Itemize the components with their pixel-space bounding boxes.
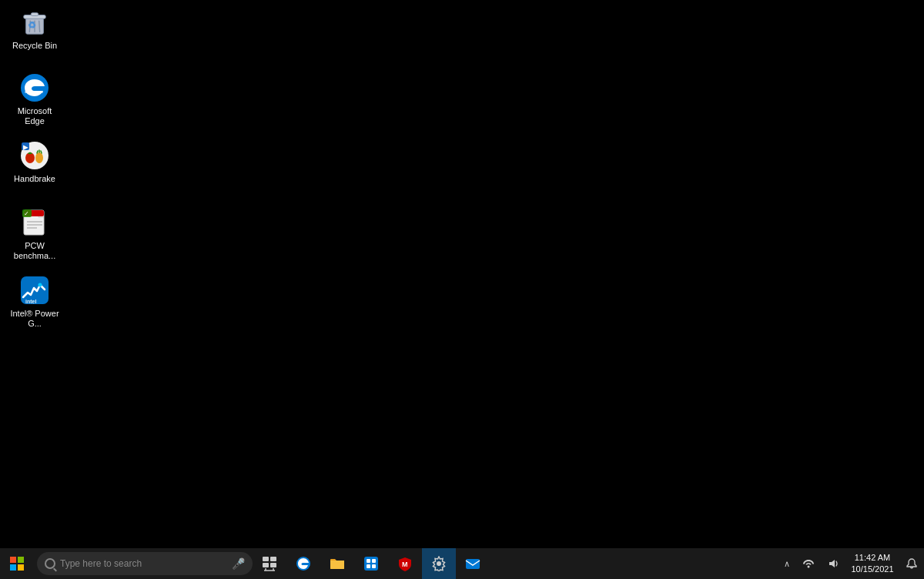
svg-rect-25 (18, 557, 24, 563)
taskbar-file-explorer-button[interactable] (320, 548, 354, 579)
intel-power-gadget-icon[interactable]: intel Intel® Power G... (4, 272, 65, 332)
task-view-button[interactable] (253, 548, 286, 579)
svg-point-10 (25, 152, 35, 163)
taskbar-store-button[interactable] (354, 548, 388, 579)
tray-network-icon[interactable] (796, 548, 821, 579)
pcw-benchmark-image: ✓ (19, 207, 50, 238)
intel-power-gadget-image: intel (19, 275, 50, 306)
svg-rect-38 (372, 559, 376, 563)
svg-line-5 (39, 21, 40, 32)
clock-date: 10/15/2021 (851, 564, 893, 575)
svg-text:▶: ▶ (23, 144, 28, 151)
tray-volume-icon[interactable] (821, 548, 845, 579)
edge-label: Microsoft Edge (7, 106, 62, 126)
system-tray: ∧ 11:42 AM 10/15/2021 (778, 548, 924, 579)
taskbar-settings-button[interactable] (422, 548, 456, 579)
taskbar-mail-button[interactable] (456, 548, 490, 579)
svg-rect-27 (18, 564, 24, 571)
recycle-bin-icon[interactable]: ♻ Recycle Bin (4, 4, 65, 54)
svg-rect-2 (31, 13, 38, 16)
recycle-bin-label: Recycle Bin (12, 41, 57, 51)
desktop: ♻ Recycle Bin Microsoft Edge (0, 0, 924, 548)
taskbar: Type here to search 🎤 (0, 548, 924, 579)
svg-rect-37 (367, 559, 370, 563)
pcw-benchmark-label: PCW benchma... (7, 241, 62, 261)
svg-point-23 (38, 283, 42, 287)
edge-image (19, 72, 50, 103)
svg-point-45 (808, 566, 810, 568)
svg-text:M: M (402, 561, 408, 568)
pcw-benchmark-icon[interactable]: ✓ PCW benchma... (4, 204, 65, 264)
search-bar[interactable]: Type here to search 🎤 (37, 552, 253, 575)
microphone-icon[interactable]: 🎤 (232, 557, 245, 570)
taskbar-mcafee-button[interactable]: M (388, 548, 422, 579)
svg-rect-39 (367, 564, 370, 568)
clock-display[interactable]: 11:42 AM 10/15/2021 (845, 548, 899, 579)
chevron-up-icon: ∧ (784, 559, 790, 569)
handbrake-label: Handbrake (14, 174, 55, 184)
search-placeholder: Type here to search (60, 558, 227, 569)
svg-point-43 (437, 562, 441, 566)
svg-rect-40 (372, 564, 376, 568)
tray-overflow-button[interactable]: ∧ (778, 548, 796, 579)
svg-rect-31 (270, 563, 276, 567)
svg-text:♻: ♻ (28, 20, 36, 31)
handbrake-image: ▶ (19, 140, 50, 171)
intel-power-gadget-label: Intel® Power G... (7, 309, 62, 329)
svg-rect-26 (10, 564, 16, 571)
notification-center-button[interactable] (899, 548, 924, 579)
microsoft-edge-icon[interactable]: Microsoft Edge (4, 69, 65, 129)
svg-rect-44 (466, 559, 480, 569)
search-icon (45, 558, 55, 569)
handbrake-icon[interactable]: ▶ Handbrake (4, 137, 65, 187)
taskbar-edge-button[interactable] (286, 548, 320, 579)
svg-rect-28 (263, 557, 269, 561)
svg-rect-8 (25, 91, 43, 93)
recycle-bin-image: ♻ (19, 7, 50, 38)
svg-text:intel: intel (25, 299, 36, 304)
clock-time: 11:42 AM (855, 552, 890, 564)
svg-rect-30 (263, 563, 269, 567)
start-button[interactable] (0, 548, 34, 579)
svg-rect-24 (10, 557, 16, 563)
svg-rect-36 (364, 557, 378, 571)
svg-point-11 (35, 152, 43, 163)
svg-rect-29 (270, 557, 276, 561)
svg-text:✓: ✓ (24, 210, 29, 217)
